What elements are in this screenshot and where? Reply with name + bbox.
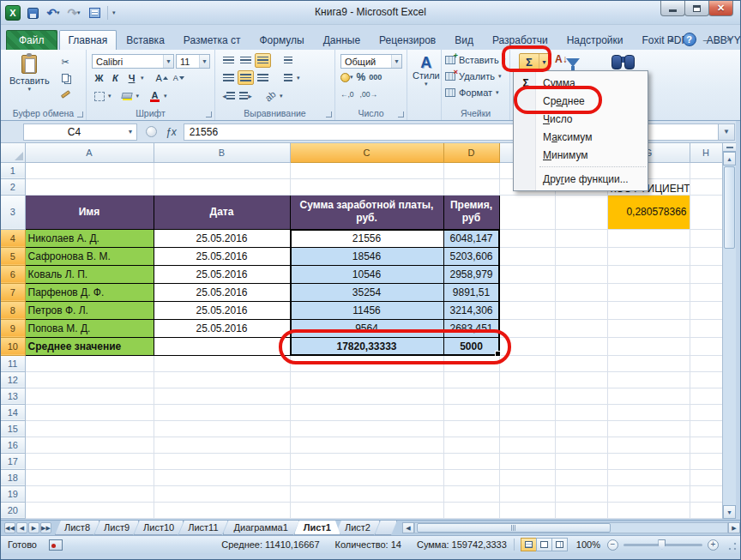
vertical-scroll-thumb[interactable] [724,166,735,249]
horizontal-scroll-track[interactable] [414,522,728,533]
active-cell[interactable]: 21556 [290,229,443,247]
help-icon[interactable]: ? [683,33,696,46]
cell-header-date[interactable]: Дата [154,195,290,229]
zoom-in-button[interactable]: + [708,539,719,551]
normal-view-button[interactable] [521,538,537,551]
first-sheet-button[interactable]: ◀◀ [4,522,15,533]
cell[interactable] [154,337,290,355]
row-header[interactable]: 13 [1,388,25,404]
tab-view[interactable]: Вид [445,30,483,50]
cell[interactable] [555,469,607,485]
cell[interactable] [25,485,154,502]
cell[interactable] [290,355,443,371]
cell[interactable] [555,195,607,229]
row-header[interactable]: 7 [1,283,25,301]
cell[interactable] [690,229,722,247]
orientation-button[interactable]: ab [262,88,279,103]
cell[interactable] [555,283,607,301]
cell-salary[interactable]: 18546 [290,247,443,265]
cell[interactable] [499,485,555,502]
dialog-launcher-icon[interactable] [77,111,83,117]
cell[interactable] [555,388,607,404]
cell[interactable] [555,502,607,518]
row-header[interactable]: 8 [1,301,25,319]
cell[interactable] [555,337,607,355]
tab-formulas[interactable]: Формулы [250,30,314,50]
page-break-view-button[interactable] [551,538,568,551]
cell[interactable] [499,469,555,485]
tab-developer[interactable]: Разработчи [483,30,557,50]
menu-item-average[interactable]: Среднее [514,92,648,110]
collapse-ribbon-icon[interactable]: ▲ [668,35,676,44]
expand-formula-bar-button[interactable]: ▼ [718,123,735,141]
cell-coefficient-value[interactable]: 0,280578366 [607,195,690,229]
row-header[interactable]: 2 [1,178,25,195]
cell[interactable] [25,437,154,453]
cell[interactable] [443,437,499,453]
cell[interactable] [499,265,555,283]
cell[interactable] [607,229,690,247]
vertical-scrollbar[interactable]: ▲ ▼ [722,143,736,519]
cell[interactable] [443,420,499,437]
cell[interactable] [25,371,154,388]
format-painter-button[interactable] [57,87,73,101]
row-header[interactable]: 12 [1,371,25,388]
horizontal-scroll-thumb[interactable] [417,523,611,533]
cell[interactable] [154,178,290,195]
cell[interactable] [499,420,555,437]
cell[interactable] [499,388,555,404]
cell-name[interactable]: Николаев А. Д. [25,229,154,247]
autosum-button[interactable]: Σ ▼ [519,53,550,70]
cell[interactable] [443,502,499,518]
styles-button[interactable]: А Стили ▾ [413,55,440,87]
cell[interactable] [25,420,154,437]
cell[interactable] [499,437,555,453]
delete-cells-button[interactable]: Удалить▾ [442,68,509,84]
dialog-launcher-icon[interactable] [398,111,404,117]
paste-button[interactable]: Вставить ▾ [9,55,50,93]
quick-table-button[interactable] [86,4,103,21]
cell[interactable] [290,453,443,469]
sheet-tab-list11[interactable]: Лист11 [178,521,227,535]
row-header[interactable]: 18 [1,469,25,485]
tab-addins[interactable]: Надстройки [557,30,633,50]
cell-header-bonus[interactable]: Премия, руб [443,195,499,229]
cell[interactable] [555,301,607,319]
select-all-corner[interactable] [1,143,25,162]
zoom-slider-thumb[interactable] [658,539,666,550]
cell[interactable] [607,469,690,485]
zoom-slider-track[interactable] [624,544,702,546]
cell[interactable] [555,247,607,265]
cell[interactable] [555,229,607,247]
excel-app-icon[interactable]: X [5,5,21,21]
cell-average-bonus[interactable]: 5000 [443,337,499,355]
cell-bonus[interactable]: 2958,979 [443,265,499,283]
cell[interactable] [690,453,722,469]
cell[interactable] [690,283,722,301]
cell[interactable] [607,265,690,283]
sheet-tab-list10[interactable]: Лист10 [134,521,184,535]
row-header[interactable]: 6 [1,265,25,283]
menu-item-min[interactable]: Минимум [514,146,648,164]
cell[interactable] [25,404,154,420]
tab-page-layout[interactable]: Разметка ст [174,30,250,50]
last-sheet-button[interactable]: ▶▶ [40,522,51,533]
cell[interactable] [555,453,607,469]
increase-indent-button[interactable]: ▸ [238,88,254,103]
cell[interactable] [607,404,690,420]
font-color-button[interactable]: А [148,89,162,103]
decrease-decimal-button[interactable]: ,00→ [360,90,377,99]
cell[interactable] [690,301,722,319]
cell[interactable] [499,371,555,388]
cell[interactable] [290,178,443,195]
cell[interactable] [154,388,290,404]
cell[interactable] [607,437,690,453]
cell[interactable] [154,453,290,469]
cell[interactable] [499,229,555,247]
name-box-dropdown-icon[interactable]: ▼ [124,129,136,135]
cell[interactable] [290,162,443,178]
insert-cells-button[interactable]: Вставить▾ [442,51,509,68]
cell[interactable] [290,437,443,453]
cell[interactable] [154,371,290,388]
name-box[interactable]: C4 ▼ [23,123,137,141]
